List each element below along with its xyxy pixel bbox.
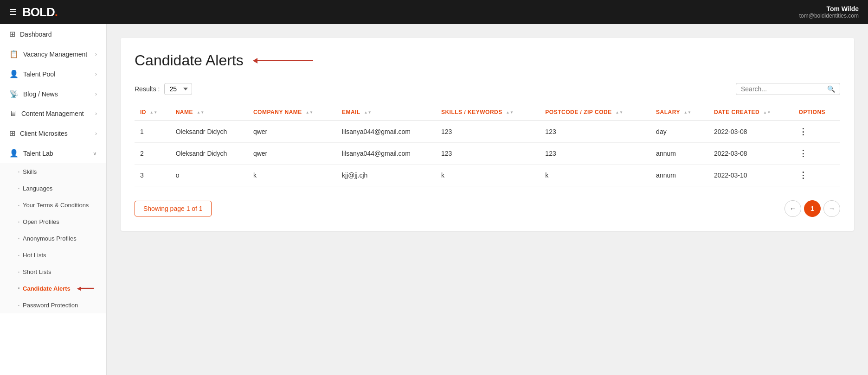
sort-icon[interactable]: ▲▼ bbox=[684, 111, 692, 114]
menu-icon[interactable]: ☰ bbox=[9, 7, 17, 17]
sidebar-item-content-management[interactable]: 🖥 Content Management › bbox=[0, 104, 106, 123]
sidebar-sub-item-password-protection[interactable]: Password Protection bbox=[0, 297, 106, 313]
app-logo: BOLD. bbox=[22, 5, 58, 19]
arrow-line bbox=[257, 60, 313, 61]
col-id: ID ▲▼ bbox=[135, 104, 170, 121]
search-icon: 🔍 bbox=[827, 85, 835, 93]
next-page-button[interactable]: → bbox=[823, 200, 840, 217]
cell-email: lilsanya044@gmail.com bbox=[336, 143, 436, 165]
table-row: 1 Oleksandr Didych qwer lilsanya044@gmai… bbox=[135, 121, 840, 143]
chevron-down-icon: ∨ bbox=[93, 150, 97, 157]
sidebar-item-talent-lab[interactable]: 👤 Talent Lab ∨ bbox=[0, 143, 106, 163]
results-select[interactable]: 25 50 100 bbox=[164, 83, 192, 95]
cell-skills: k bbox=[436, 165, 540, 186]
cell-postcode: 123 bbox=[540, 121, 650, 143]
row-options-button[interactable]: ⋮ bbox=[799, 149, 808, 158]
cell-postcode: k bbox=[540, 165, 650, 186]
sidebar-sub-item-candidate-alerts[interactable]: Candidate Alerts ◀━━━━ bbox=[0, 280, 106, 297]
search-input[interactable] bbox=[741, 85, 824, 93]
sort-icon[interactable]: ▲▼ bbox=[306, 111, 314, 114]
sidebar-sub-item-hot-lists[interactable]: Hot Lists bbox=[0, 247, 106, 263]
cell-company: qwer bbox=[248, 143, 336, 165]
toolbar: Results : 25 50 100 🔍 bbox=[135, 83, 840, 95]
sort-icon[interactable]: ▲▼ bbox=[616, 111, 624, 114]
cell-email: kjj@jj.cjh bbox=[336, 165, 436, 186]
sidebar: ⊞ Dashboard 📋 Vacancy Management › 👤 Tal… bbox=[0, 24, 107, 375]
row-options-button[interactable]: ⋮ bbox=[799, 127, 808, 136]
sidebar-item-client-microsites[interactable]: ⊞ Client Microsites › bbox=[0, 123, 106, 143]
sub-item-label: Open Profiles bbox=[23, 218, 59, 225]
user-email: tom@boldidentities.com bbox=[799, 13, 859, 19]
pagination-controls: ← 1 → bbox=[784, 200, 840, 217]
cell-date: 2022-03-08 bbox=[708, 121, 793, 143]
sidebar-sub-item-short-lists[interactable]: Short Lists bbox=[0, 263, 106, 280]
page-1-button[interactable]: 1 bbox=[804, 200, 821, 217]
cell-name: Oleksandr Didych bbox=[170, 121, 248, 143]
col-email: EMAIL ▲▼ bbox=[336, 104, 436, 121]
microsites-icon: ⊞ bbox=[9, 129, 15, 138]
sidebar-item-vacancy-management[interactable]: 📋 Vacancy Management › bbox=[0, 44, 106, 64]
sidebar-item-blog-news[interactable]: 📡 Blog / News › bbox=[0, 84, 106, 104]
cell-name: o bbox=[170, 165, 248, 186]
results-label: Results : bbox=[135, 85, 160, 93]
content-icon: 🖥 bbox=[9, 109, 17, 118]
sub-item-label: Hot Lists bbox=[23, 252, 46, 259]
sort-icon[interactable]: ▲▼ bbox=[197, 111, 205, 114]
main-content: Candidate Alerts Results : 25 50 100 bbox=[107, 24, 868, 375]
sidebar-item-dashboard[interactable]: ⊞ Dashboard bbox=[0, 24, 106, 44]
data-table: ID ▲▼ NAME ▲▼ COMPANY NAME ▲▼ EMAIL bbox=[135, 104, 840, 186]
table-header-row: ID ▲▼ NAME ▲▼ COMPANY NAME ▲▼ EMAIL bbox=[135, 104, 840, 121]
sort-icon[interactable]: ▲▼ bbox=[150, 111, 158, 114]
search-box: 🔍 bbox=[736, 83, 840, 95]
sidebar-sub-item-anonymous-profiles[interactable]: Anonymous Profiles bbox=[0, 230, 106, 247]
chevron-right-icon: › bbox=[95, 51, 97, 57]
cell-salary: annum bbox=[650, 143, 708, 165]
app-bar: ☰ BOLD. Tom Wilde tom@boldidentities.com bbox=[0, 0, 868, 24]
col-name: NAME ▲▼ bbox=[170, 104, 248, 121]
row-options-button[interactable]: ⋮ bbox=[799, 171, 808, 180]
chevron-right-icon: › bbox=[95, 110, 97, 117]
col-postcode: POSTCODE / ZIP CODE ▲▼ bbox=[540, 104, 650, 121]
sub-item-label: Short Lists bbox=[23, 268, 51, 275]
content-card: Candidate Alerts Results : 25 50 100 bbox=[121, 38, 854, 231]
sidebar-sub-item-skills[interactable]: Skills bbox=[0, 163, 106, 180]
pagination-row: Showing page 1 of 1 ← 1 → bbox=[135, 200, 840, 217]
username: Tom Wilde bbox=[799, 5, 859, 13]
cell-skills: 123 bbox=[436, 121, 540, 143]
page-title-row: Candidate Alerts bbox=[135, 52, 840, 69]
title-arrow bbox=[253, 58, 313, 64]
cell-options: ⋮ bbox=[793, 121, 840, 143]
sidebar-item-talent-pool[interactable]: 👤 Talent Pool › bbox=[0, 64, 106, 84]
sub-item-label: Languages bbox=[23, 185, 52, 192]
sidebar-item-label: Dashboard bbox=[20, 31, 52, 38]
sort-icon[interactable]: ▲▼ bbox=[506, 111, 514, 114]
cell-options: ⋮ bbox=[793, 143, 840, 165]
talent-lab-sub-menu: Skills Languages Your Terms & Conditions… bbox=[0, 163, 106, 313]
prev-page-button[interactable]: ← bbox=[784, 200, 801, 217]
cell-id: 1 bbox=[135, 121, 170, 143]
showing-text: Showing page 1 of 1 bbox=[135, 201, 212, 216]
col-options: OPTIONS bbox=[793, 104, 840, 121]
sidebar-item-label: Talent Pool bbox=[23, 70, 55, 78]
chevron-right-icon: › bbox=[95, 130, 97, 137]
results-control: Results : 25 50 100 bbox=[135, 83, 192, 95]
cell-name: Oleksandr Didych bbox=[170, 143, 248, 165]
sidebar-sub-item-open-profiles[interactable]: Open Profiles bbox=[0, 213, 106, 230]
sort-icon[interactable]: ▲▼ bbox=[763, 111, 771, 114]
cell-email: lilsanya044@gmail.com bbox=[336, 121, 436, 143]
sidebar-sub-item-languages[interactable]: Languages bbox=[0, 180, 106, 197]
chevron-right-icon: › bbox=[95, 91, 97, 97]
cell-salary: day bbox=[650, 121, 708, 143]
cell-date: 2022-03-08 bbox=[708, 143, 793, 165]
talent-pool-icon: 👤 bbox=[9, 70, 19, 78]
col-company-name: COMPANY NAME ▲▼ bbox=[248, 104, 336, 121]
sidebar-arrow: ◀━━━━ bbox=[77, 286, 94, 292]
sidebar-sub-item-terms-conditions[interactable]: Your Terms & Conditions bbox=[0, 197, 106, 213]
cell-options: ⋮ bbox=[793, 165, 840, 186]
sub-item-label: Candidate Alerts bbox=[23, 285, 71, 292]
sort-icon[interactable]: ▲▼ bbox=[364, 111, 372, 114]
sidebar-item-label: Vacancy Management bbox=[23, 51, 87, 58]
sub-item-label: Password Protection bbox=[23, 302, 78, 309]
page-title: Candidate Alerts bbox=[135, 52, 244, 69]
blog-icon: 📡 bbox=[9, 89, 19, 98]
